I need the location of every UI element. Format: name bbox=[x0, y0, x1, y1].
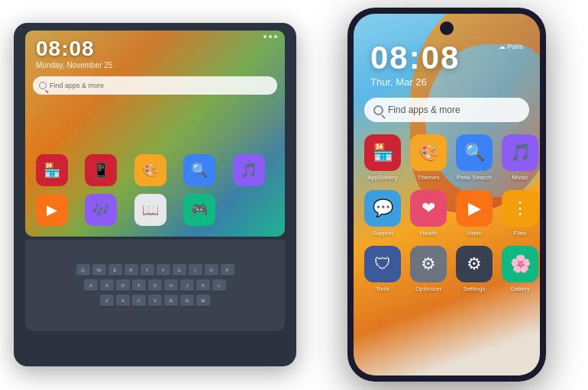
tablet-keyboard: Q W E R T Y U I O P A S D F G H bbox=[25, 240, 285, 331]
key-s[interactable]: S bbox=[100, 279, 114, 292]
key-k[interactable]: K bbox=[196, 279, 210, 292]
key-t[interactable]: T bbox=[141, 264, 154, 276]
app-tools-label: Tools bbox=[376, 285, 390, 292]
app-video-label: Video bbox=[467, 230, 482, 237]
key-a[interactable]: A bbox=[84, 279, 98, 292]
phone-camera-notch bbox=[440, 21, 454, 35]
tablet-search-text: Find apps & more bbox=[50, 82, 104, 89]
search-icon bbox=[39, 82, 47, 89]
phone-city-name: Paris bbox=[507, 43, 523, 50]
key-c[interactable]: C bbox=[132, 295, 146, 307]
keyboard-row-1: Q W E R T Y U I O P bbox=[76, 264, 234, 276]
key-d[interactable]: D bbox=[116, 279, 130, 292]
key-g[interactable]: G bbox=[148, 279, 162, 292]
key-b[interactable]: B bbox=[164, 295, 178, 307]
key-x[interactable]: X bbox=[116, 295, 130, 307]
battery-icon bbox=[274, 35, 277, 38]
tablet-time: 08:08 bbox=[36, 37, 95, 61]
app-appgallery-label: AppGallery bbox=[367, 174, 398, 181]
app-video-tablet[interactable]: ▶ bbox=[36, 194, 68, 226]
app-health-label: Health bbox=[419, 230, 437, 237]
key-r[interactable]: R bbox=[124, 264, 138, 276]
app-support-label: Support bbox=[372, 230, 393, 237]
tablet-search-bar[interactable]: Find apps & more bbox=[33, 76, 277, 95]
signal-icon bbox=[263, 35, 267, 38]
keyboard-row-2: A S D F G H J K L bbox=[84, 279, 226, 292]
app-settings-label: Settings bbox=[464, 285, 486, 292]
app-appgallery[interactable]: 🏪 bbox=[36, 154, 68, 186]
key-e[interactable]: E bbox=[108, 264, 122, 276]
phone-search-text: Find apps & more bbox=[388, 105, 460, 115]
key-u[interactable]: U bbox=[173, 264, 186, 276]
app-music-tablet[interactable]: 🎵 bbox=[233, 154, 265, 186]
wifi-icon bbox=[269, 35, 272, 38]
app-reader-tablet[interactable]: 📖 bbox=[134, 194, 166, 226]
app-health-phone[interactable]: ❤ Health bbox=[410, 190, 447, 237]
app-petalsearch-phone[interactable]: 🔍 Petal Search bbox=[456, 134, 493, 181]
app-themes-phone[interactable]: 🎨 Themes bbox=[410, 134, 447, 181]
key-f[interactable]: F bbox=[132, 279, 146, 292]
phone-screen: ☁ Paris 08:08 Thur, Mar 26 Find apps & m… bbox=[354, 14, 540, 375]
app-appgallery-phone[interactable]: 🏪 AppGallery bbox=[364, 134, 401, 181]
key-l[interactable]: L bbox=[212, 279, 226, 292]
tablet-status-bar bbox=[263, 35, 277, 38]
phone-city: ☁ Paris bbox=[499, 43, 523, 50]
key-q[interactable]: Q bbox=[76, 264, 90, 276]
phone: ☁ Paris 08:08 Thur, Mar 26 Find apps & m… bbox=[347, 8, 546, 382]
app-support-phone[interactable]: 💬 Support bbox=[364, 190, 401, 237]
app-tools-phone[interactable]: 🛡 Tools bbox=[364, 246, 401, 292]
app-gallery-phone[interactable]: 🌸 Gallery bbox=[502, 246, 538, 292]
app-gallery-label: Gallery bbox=[510, 285, 529, 292]
tablet-app-grid: 🏪 📱 🎨 🔍 🎵 ▶ 🎶 📖 🎮 bbox=[33, 154, 277, 226]
key-o[interactable]: O bbox=[205, 264, 218, 276]
app-optimizer-label: Optimizer bbox=[415, 285, 441, 292]
app-files-label: Files bbox=[514, 230, 527, 237]
scene: 08:08 Monday, November 25 Find apps & mo… bbox=[0, 0, 588, 390]
app-settings-phone[interactable]: ⚙ Settings bbox=[456, 246, 493, 292]
key-m[interactable]: M bbox=[196, 295, 210, 307]
tablet-body: 08:08 Monday, November 25 Find apps & mo… bbox=[14, 23, 296, 366]
key-i[interactable]: I bbox=[189, 264, 202, 276]
app-themes-tablet[interactable]: 🎨 bbox=[134, 154, 166, 186]
key-y[interactable]: Y bbox=[157, 264, 170, 276]
cloud-icon: ☁ bbox=[499, 43, 506, 50]
app-video-phone[interactable]: ▶ Video bbox=[456, 190, 493, 237]
key-p[interactable]: P bbox=[221, 264, 234, 276]
tablet: 08:08 Monday, November 25 Find apps & mo… bbox=[14, 23, 296, 366]
key-n[interactable]: N bbox=[180, 295, 194, 307]
app-huawei[interactable]: 📱 bbox=[85, 154, 117, 186]
key-w[interactable]: W bbox=[92, 264, 106, 276]
phone-time: 08:08 bbox=[370, 40, 460, 76]
app-petal-tablet[interactable]: 🔍 bbox=[183, 154, 215, 186]
app-music-phone[interactable]: 🎵 Music bbox=[502, 134, 538, 181]
phone-date: Thur, Mar 26 bbox=[370, 76, 427, 88]
app-files-phone[interactable]: ⋮ Files bbox=[502, 190, 538, 237]
app-music-label: Music bbox=[512, 174, 528, 181]
app-petalsearch-label: Petal Search bbox=[457, 174, 492, 181]
keyboard-row-3: Z X C V B N M bbox=[100, 295, 210, 307]
app-themes-label: Themes bbox=[418, 174, 440, 181]
app-music2-tablet[interactable]: 🎶 bbox=[85, 194, 117, 226]
tablet-screen: 08:08 Monday, November 25 Find apps & mo… bbox=[25, 31, 285, 237]
phone-body: ☁ Paris 08:08 Thur, Mar 26 Find apps & m… bbox=[347, 8, 546, 382]
key-j[interactable]: J bbox=[180, 279, 194, 292]
app-optimizer-phone[interactable]: ⚙ Optimizer bbox=[410, 246, 447, 292]
tablet-date: Monday, November 25 bbox=[36, 61, 112, 69]
key-z[interactable]: Z bbox=[100, 295, 114, 307]
search-icon bbox=[373, 105, 383, 115]
key-v[interactable]: V bbox=[148, 295, 162, 307]
phone-search-bar[interactable]: Find apps & more bbox=[364, 98, 529, 122]
phone-app-grid: 🏪 AppGallery 🎨 Themes 🔍 Petal Search 🎵 M… bbox=[364, 134, 529, 292]
app-game-tablet[interactable]: 🎮 bbox=[183, 194, 215, 226]
key-h[interactable]: H bbox=[164, 279, 178, 292]
